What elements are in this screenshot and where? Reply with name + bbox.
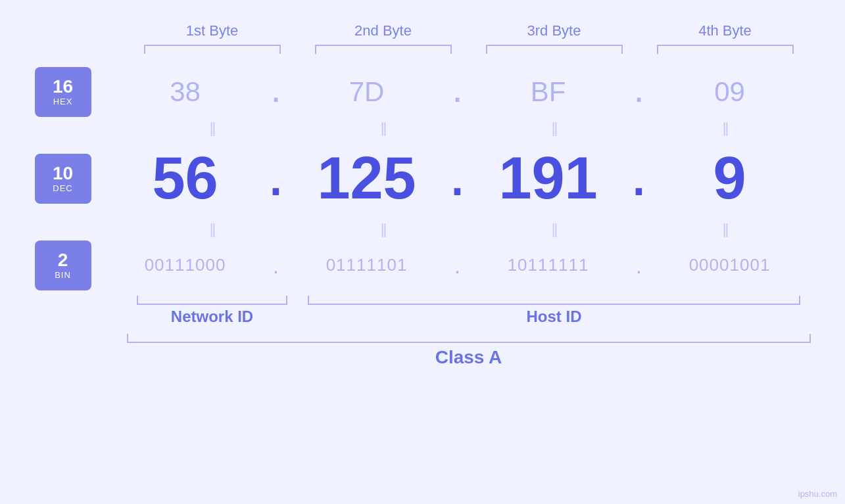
equals-2-2: || <box>381 221 385 238</box>
main-container: 1st Byte 2nd Byte 3rd Byte 4th Byte 16 H… <box>35 22 811 482</box>
dec-byte2: 125 <box>286 145 448 212</box>
hex-badge: 16 HEX <box>35 67 91 117</box>
bracket-top-2 <box>315 45 452 54</box>
bottom-brackets <box>35 296 811 305</box>
bracket-top-3 <box>486 45 623 54</box>
host-bracket-wrap <box>298 296 811 305</box>
equals-1-3: || <box>552 120 556 137</box>
dec-dot2: . <box>448 139 468 218</box>
dec-dot3: . <box>629 139 649 218</box>
hex-dot1: . <box>266 69 286 115</box>
hex-byte4: 09 <box>649 76 811 108</box>
bracket-top-1 <box>144 45 281 54</box>
dec-byte1: 56 <box>105 145 266 212</box>
bin-byte1: 00111000 <box>105 255 266 275</box>
hex-base-label: HEX <box>53 97 73 106</box>
dec-base-num: 10 <box>53 164 73 184</box>
dec-values: 56 . 125 . 191 . 9 <box>105 139 811 218</box>
equals-2-1: || <box>210 221 214 238</box>
byte-headers: 1st Byte 2nd Byte 3rd Byte 4th Byte <box>35 22 811 39</box>
byte1-header: 1st Byte <box>127 22 298 39</box>
hex-byte1: 38 <box>105 76 266 108</box>
dec-badge: 10 DEC <box>35 154 91 204</box>
network-host-labels: Network ID Host ID <box>35 308 811 326</box>
hex-byte3: BF <box>468 76 629 108</box>
network-bracket-wrap <box>127 296 298 305</box>
host-id-label: Host ID <box>298 308 811 326</box>
byte2-header: 2nd Byte <box>298 22 469 39</box>
equals-1-1: || <box>210 120 214 137</box>
dec-row: 10 DEC 56 . 125 . 191 . 9 <box>35 139 811 218</box>
hex-base-num: 16 <box>53 77 73 97</box>
bin-byte4: 00001001 <box>649 255 811 275</box>
bracket-cell-3 <box>469 45 640 54</box>
hex-row: 16 HEX 38 . 7D . BF . 09 <box>35 67 811 117</box>
class-section: Class A <box>35 334 811 368</box>
bin-dot3: . <box>629 254 649 277</box>
host-bracket <box>308 296 800 305</box>
hex-byte2: 7D <box>286 76 448 108</box>
bin-values: 00111000 . 01111101 . 10111111 . 0000100… <box>105 254 811 277</box>
class-bracket <box>127 334 811 343</box>
equals-row-2: || || || || <box>35 218 811 241</box>
equals-row-1: || || || || <box>35 117 811 139</box>
bracket-cell-1 <box>127 45 298 54</box>
bin-byte3: 10111111 <box>468 255 629 275</box>
equals-2-4: || <box>723 221 727 238</box>
bin-row: 2 BIN 00111000 . 01111101 . 10111111 . 0… <box>35 241 811 290</box>
bin-dot2: . <box>448 254 468 277</box>
network-bracket <box>137 296 287 305</box>
bracket-cell-4 <box>640 45 811 54</box>
bracket-cell-2 <box>298 45 469 54</box>
hex-values: 38 . 7D . BF . 09 <box>105 69 811 115</box>
top-brackets <box>35 45 811 54</box>
bin-badge: 2 BIN <box>35 241 91 290</box>
network-id-label: Network ID <box>127 308 298 326</box>
bin-byte2: 01111101 <box>286 255 448 275</box>
bracket-top-4 <box>657 45 794 54</box>
bin-base-num: 2 <box>58 250 68 271</box>
dec-byte4: 9 <box>649 145 811 212</box>
equals-1-2: || <box>381 120 385 137</box>
bin-base-label: BIN <box>55 270 71 280</box>
hex-dot3: . <box>629 69 649 115</box>
byte3-header: 3rd Byte <box>469 22 640 39</box>
dec-byte3: 191 <box>468 145 629 212</box>
hex-dot2: . <box>448 69 468 115</box>
dec-dot1: . <box>266 139 286 218</box>
class-label: Class A <box>127 347 811 368</box>
equals-2-3: || <box>552 221 556 238</box>
byte4-header: 4th Byte <box>640 22 811 39</box>
watermark: ipshu.com <box>798 489 837 499</box>
bin-dot1: . <box>266 254 286 277</box>
equals-1-4: || <box>723 120 727 137</box>
dec-base-label: DEC <box>53 183 72 193</box>
